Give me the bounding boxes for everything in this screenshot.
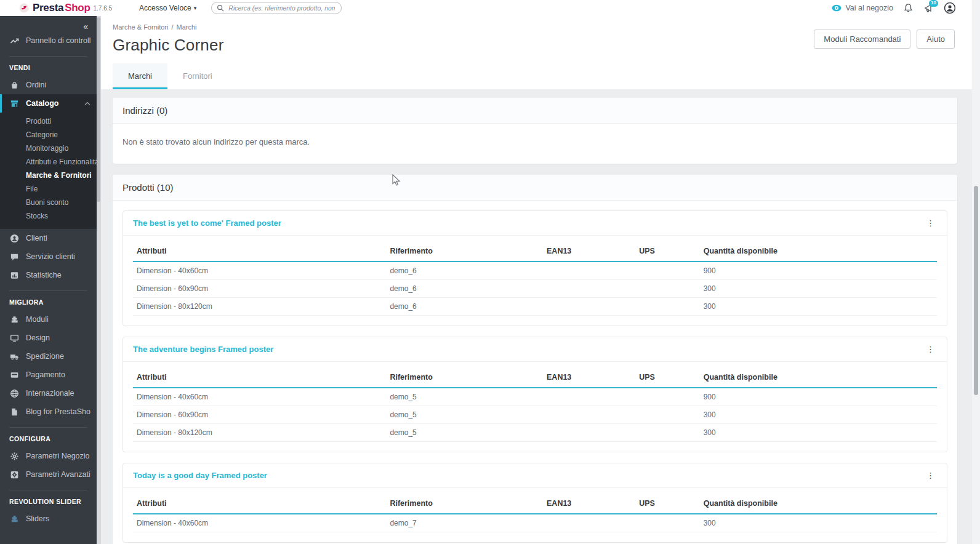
cell-reference: demo_6 xyxy=(386,262,543,280)
cell-ups xyxy=(635,388,699,406)
tab-fornitori[interactable]: Fornitori xyxy=(167,63,228,89)
announcements-button[interactable]: 10 xyxy=(923,3,934,13)
bell-icon[interactable] xyxy=(904,3,913,13)
quick-access-dropdown[interactable]: Accesso Veloce ▾ xyxy=(139,4,196,12)
sidebar-item-design[interactable]: Design xyxy=(0,329,97,347)
eye-icon xyxy=(832,4,841,12)
collapse-sidebar-button[interactable]: « xyxy=(0,16,97,31)
addresses-card: Indirizzi (0) Non è stato trovato alcun … xyxy=(113,98,957,164)
tab-marchi[interactable]: Marchi xyxy=(113,63,167,89)
cell-attribute: Dimension - 40x60cm xyxy=(133,514,386,532)
cell-ups xyxy=(635,424,699,442)
puzzle-blue-icon xyxy=(9,514,19,524)
cell-ean13 xyxy=(543,262,635,280)
credit-card-icon xyxy=(9,370,19,380)
sidebar-item-pagamento[interactable]: Pagamento xyxy=(0,366,97,384)
sidebar-item-spedizione[interactable]: Spedizione xyxy=(0,347,97,366)
gear-square-icon xyxy=(9,470,19,479)
sidebar-subitem-monitoraggio[interactable]: Monitoraggio xyxy=(26,142,97,155)
addresses-card-title: Indirizzi (0) xyxy=(113,98,957,124)
recommended-modules-button[interactable]: Moduli Raccomandati xyxy=(814,30,910,49)
view-shop-link[interactable]: Vai al negozio xyxy=(832,4,893,12)
chevron-up-icon xyxy=(84,100,90,107)
cell-quantity: 900 xyxy=(700,262,937,280)
sidebar-item-ordini[interactable]: Ordini xyxy=(0,76,97,94)
sidebar-item-internazionale[interactable]: Internazionale xyxy=(0,384,97,402)
help-button[interactable]: Aiuto xyxy=(917,30,955,49)
sidebar-item-statistiche[interactable]: Statistiche xyxy=(0,266,97,284)
sidebar-subitem-marche-fornitori[interactable]: Marche & Fornitori xyxy=(26,169,97,182)
sidebar-divider xyxy=(9,427,87,428)
avatar[interactable] xyxy=(944,2,955,14)
product-name-link[interactable]: Today is a good day Framed poster xyxy=(133,471,267,480)
sidebar-item-blog-for-prestashop[interactable]: Blog for PrestaShop xyxy=(0,402,97,421)
sidebar-divider xyxy=(9,56,87,57)
product-list: The best is yet to come' Framed poster⋮A… xyxy=(113,201,957,544)
sidebar-item-label: Servizio clienti xyxy=(26,252,90,261)
sidebar: « Pannello di controllo VENDIOrdiniCatal… xyxy=(0,16,97,544)
brand-presta: Presta xyxy=(33,2,63,14)
sidebar-item-moduli[interactable]: Moduli xyxy=(0,310,97,329)
product-attributes-table: AttributiRiferimentoEAN13UPSQuantità dis… xyxy=(133,493,937,532)
brand-logo[interactable]: PrestaShop xyxy=(33,2,90,14)
column-header: UPS xyxy=(635,367,699,388)
sidebar-item-label: Sliders xyxy=(26,514,90,523)
cell-ean13 xyxy=(543,298,635,316)
kebab-menu-icon[interactable]: ⋮ xyxy=(924,344,937,354)
cell-ups xyxy=(635,262,699,280)
product-card-header: The adventure begins Framed poster⋮ xyxy=(123,337,947,362)
sidebar-item-sliders[interactable]: Sliders xyxy=(0,510,97,528)
sidebar-scrollbar-thumb[interactable] xyxy=(97,17,100,202)
sidebar-item-clienti[interactable]: Clienti xyxy=(0,229,97,247)
product-name-link[interactable]: The best is yet to come' Framed poster xyxy=(133,218,281,228)
product-card: Today is a good day Framed poster⋮Attrib… xyxy=(122,463,947,543)
sidebar-item-catalogo[interactable]: Catalogo xyxy=(0,94,97,113)
cell-ups xyxy=(635,298,699,316)
sidebar-item-parametri-negozio[interactable]: Parametri Negozio xyxy=(0,447,97,465)
addresses-empty-message: Non è stato trovato alcun indirizzo per … xyxy=(113,124,957,164)
breadcrumb-item-current[interactable]: Marchi xyxy=(177,23,197,31)
store-icon xyxy=(9,98,19,108)
breadcrumb-item-parent[interactable]: Marche & Fornitori xyxy=(113,23,168,31)
truck-icon xyxy=(9,351,19,361)
kebab-menu-icon[interactable]: ⋮ xyxy=(924,218,937,228)
customer-icon xyxy=(9,233,19,243)
sidebar-subitem-stocks[interactable]: Stocks xyxy=(26,209,97,223)
chevrons-left-icon: « xyxy=(83,22,87,31)
sidebar-item-servizio-clienti[interactable]: Servizio clienti xyxy=(0,247,97,266)
monitor-icon xyxy=(9,333,19,343)
sidebar-item-parametri-avanzati[interactable]: Parametri Avanzati xyxy=(0,465,97,484)
product-card-header: The best is yet to come' Framed poster⋮ xyxy=(123,211,947,236)
kebab-menu-icon[interactable]: ⋮ xyxy=(924,470,937,481)
globe-icon xyxy=(9,388,19,398)
sidebar-subitem-file[interactable]: File xyxy=(26,182,97,196)
sidebar-subitem-categorie[interactable]: Categorie xyxy=(26,128,97,142)
sidebar-item-label: Internazionale xyxy=(26,389,90,398)
sidebar-scrollbar[interactable] xyxy=(97,16,101,544)
sidebar-item-label: Pannello di controllo xyxy=(26,36,90,45)
cell-reference: demo_6 xyxy=(386,298,543,316)
product-name-link[interactable]: The adventure begins Framed poster xyxy=(133,345,273,354)
version-label: 1.7.6.5 xyxy=(93,5,112,12)
table-header-row: AttributiRiferimentoEAN13UPSQuantità dis… xyxy=(133,367,937,388)
cell-attribute: Dimension - 40x60cm xyxy=(133,388,386,406)
search-input[interactable] xyxy=(227,4,336,12)
column-header: Attributi xyxy=(133,367,386,388)
search-bar[interactable] xyxy=(211,2,342,14)
sidebar-subitem-prodotti[interactable]: Prodotti xyxy=(26,114,97,128)
column-header: Riferimento xyxy=(386,367,543,388)
sidebar-item-label: Clienti xyxy=(26,234,90,242)
window-scrollbar-thumb[interactable] xyxy=(974,186,978,395)
sidebar-subitem-attributi-e-funzionalit[interactable]: Attributi e Funzionalità xyxy=(26,155,97,169)
sidebar-item-pannello-di-controllo[interactable]: Pannello di controllo xyxy=(0,31,97,50)
window-scrollbar[interactable] xyxy=(972,0,980,544)
column-header: Quantità disponibile xyxy=(700,367,937,388)
sidebar-subitem-buoni-sconto[interactable]: Buoni sconto xyxy=(26,196,97,209)
column-header: Quantità disponibile xyxy=(700,241,937,262)
sidebar-divider xyxy=(9,490,87,490)
cell-attribute: Dimension - 80x120cm xyxy=(133,424,386,442)
brand-shop: Shop xyxy=(65,2,90,14)
sidebar-section-title: CONFIGURA xyxy=(0,433,97,447)
topbar: PrestaShop 1.7.6.5 Accesso Veloce ▾ Vai … xyxy=(0,0,980,16)
table-row: Dimension - 60x90cmdemo_6300 xyxy=(133,280,937,298)
